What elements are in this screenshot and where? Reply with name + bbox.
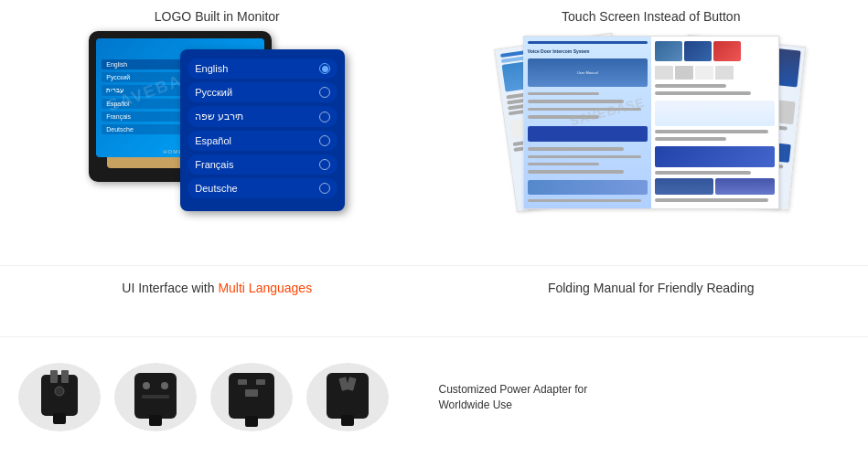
bottom-left-cell: UI Interface with Multi Languages	[0, 265, 434, 337]
top-left-cell: LOGO Built in Monitor SAVEBASE English Р…	[0, 0, 434, 265]
manual-page-center: Voice Door Intercom System User Manual	[523, 36, 779, 209]
adapter-1-svg	[27, 366, 91, 430]
lang-radio-french	[319, 159, 330, 170]
adapter-4	[306, 363, 389, 431]
adapter-3-svg	[220, 366, 284, 430]
lang-radio-english	[319, 63, 330, 74]
text-line	[655, 84, 727, 88]
adapter-2-svg	[123, 366, 188, 430]
lang-radio-hebrew	[319, 112, 330, 122]
top-left-title: LOGO Built in Monitor	[155, 9, 280, 24]
svg-rect-15	[327, 373, 369, 419]
lang-label-english: English	[195, 63, 228, 74]
lang-option-french[interactable]: Français	[188, 154, 338, 175]
text-line	[655, 171, 751, 175]
lang-radio-spanish	[319, 135, 330, 146]
svg-rect-8	[149, 415, 162, 426]
lang-option-hebrew[interactable]: תירבע שפה	[188, 106, 338, 127]
lang-radio-russian	[319, 87, 330, 98]
adapter-4-svg	[316, 366, 380, 430]
adapters-area	[18, 363, 430, 431]
manual-pages: Voice Door Intercom System User Manual	[496, 31, 807, 214]
svg-rect-18	[341, 415, 354, 426]
adapter-caption-line1: Customized Power Adapter for	[439, 382, 604, 398]
adapter-1	[18, 363, 101, 431]
lang-option-russian[interactable]: Русский	[188, 82, 338, 102]
text-line	[528, 92, 600, 95]
adapter-2	[114, 363, 197, 431]
text-line	[655, 91, 751, 95]
text-line	[655, 198, 768, 202]
lang-option-german[interactable]: Deutsche	[188, 178, 338, 198]
svg-rect-13	[245, 389, 258, 397]
top-right-title: Touch Screen Instead of Button	[562, 9, 740, 24]
svg-rect-11	[238, 379, 247, 385]
lang-option-english[interactable]: English	[188, 58, 338, 79]
svg-rect-14	[245, 416, 258, 427]
lang-label-hebrew: תירבע שפה	[195, 111, 243, 122]
lang-label-russian: Русский	[195, 87, 232, 98]
page-right	[651, 37, 778, 208]
lang-radio-german	[319, 183, 330, 194]
svg-point-6	[143, 382, 150, 389]
adapter-3	[210, 363, 293, 431]
manual-area: Voice Door Intercom System User Manual	[496, 31, 807, 223]
text-line	[655, 130, 768, 133]
text-line	[655, 137, 727, 141]
bottom-row: Customized Power Adapter for Worldwide U…	[0, 336, 868, 457]
text-line	[528, 147, 624, 150]
svg-rect-2	[61, 370, 69, 383]
svg-point-7	[161, 382, 168, 389]
ui-caption: UI Interface with Multi Languages	[122, 281, 312, 295]
lang-label-german: Deutsche	[195, 183, 237, 194]
lang-label-spanish: Español	[195, 135, 231, 146]
caption-prefix: UI Interface with	[122, 281, 218, 295]
text-line	[528, 170, 624, 173]
svg-rect-1	[50, 370, 58, 383]
adapter-caption-line2: Worldwide Use	[439, 398, 604, 413]
bottom-right-cell: Folding Manual for Friendly Reading	[434, 265, 869, 337]
top-right-cell: Touch Screen Instead of Button	[434, 0, 869, 265]
lang-option-spanish[interactable]: Español	[188, 131, 338, 151]
monitor-area: SAVEBASE English Русский עברית Español F…	[89, 31, 345, 214]
svg-point-4	[55, 387, 64, 396]
caption-highlight: Multi Languages	[218, 281, 312, 295]
svg-rect-12	[256, 379, 265, 385]
folding-caption: Folding Manual for Friendly Reading	[548, 281, 755, 295]
lang-label-french: Français	[195, 159, 233, 170]
text-line	[528, 199, 641, 202]
adapter-description: Customized Power Adapter for Worldwide U…	[430, 382, 851, 413]
svg-rect-3	[53, 413, 66, 424]
svg-rect-9	[142, 395, 169, 399]
text-line	[528, 163, 600, 165]
text-line	[528, 155, 641, 158]
language-dropdown[interactable]: English Русский תירבע שפה Español França…	[180, 49, 345, 211]
